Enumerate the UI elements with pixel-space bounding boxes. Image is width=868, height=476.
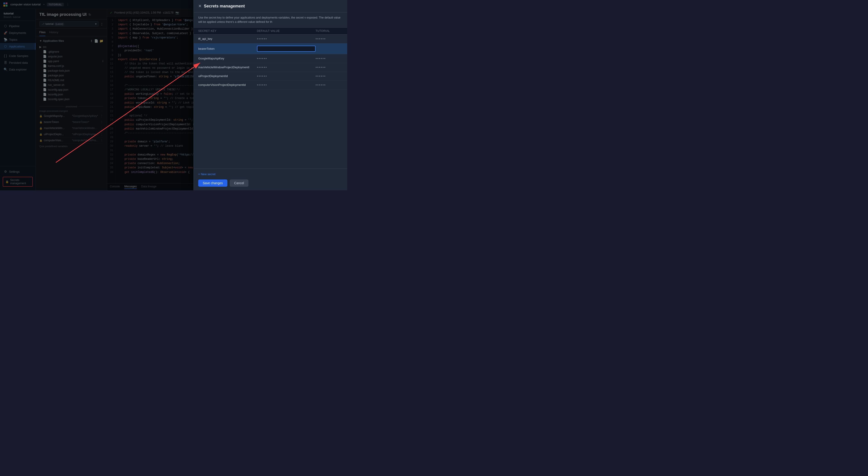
secret-default-dots: •••••• — [257, 37, 316, 41]
bearer-token-input[interactable] — [257, 46, 316, 52]
save-changes-button[interactable]: Save changes — [198, 180, 227, 187]
secret-tutorial-dots: •••••• — [315, 74, 343, 78]
secret-row: maxVehicleWindowProjectDeploymentI •••••… — [194, 63, 347, 72]
col-default-value: Default value — [257, 29, 316, 33]
secret-row: tfl_api_key •••••• •••••• — [194, 35, 347, 43]
secret-key-label: bearerToken — [198, 47, 257, 51]
secret-key-label: tfl_api_key — [198, 37, 257, 40]
modal-table: Secret key Default value tutorial tfl_ap… — [194, 28, 347, 169]
secret-key-label: GoogleMapsApiKey — [198, 57, 257, 60]
secret-tutorial-dots: •••••• — [315, 83, 343, 87]
col-tutorial: tutorial — [315, 29, 343, 33]
secret-default-dots: •••••• — [257, 74, 316, 78]
modal-actions: Save changes Cancel — [198, 180, 343, 187]
col-secret-key: Secret key — [198, 29, 257, 33]
secret-row-bearer-token: bearerToken — [194, 43, 347, 54]
secret-row: computerVisionProjectDeploymentId ••••••… — [194, 81, 347, 90]
modal-title: Secrets management — [204, 4, 245, 8]
secret-key-label: maxVehicleWindowProjectDeploymentI — [198, 66, 257, 69]
secret-tutorial-dots: •••••• — [315, 37, 343, 41]
close-button[interactable]: ✕ — [198, 4, 202, 8]
modal-description: Use the secret key to define your applic… — [194, 12, 347, 28]
secrets-management-modal: ✕ Secrets management Use the secret key … — [193, 0, 347, 190]
secret-tutorial-dots: •••••• — [315, 65, 343, 69]
add-secret-link[interactable]: + New secret — [198, 172, 343, 176]
modal-table-header: Secret key Default value tutorial — [194, 28, 347, 35]
cancel-button[interactable]: Cancel — [230, 180, 249, 187]
secret-row: uiProjectDeploymentId •••••• •••••• — [194, 72, 347, 81]
secret-row: GoogleMapsApiKey •••••• •••••• — [194, 54, 347, 63]
modal-header: ✕ Secrets management — [194, 0, 347, 12]
secret-default-dots: •••••• — [257, 65, 316, 69]
secret-default-dots: •••••• — [257, 83, 316, 87]
modal-footer: + New secret Save changes Cancel — [194, 169, 347, 190]
secret-default-dots: •••••• — [257, 57, 316, 61]
secret-key-label: uiProjectDeploymentId — [198, 74, 257, 78]
secret-tutorial-dots: •••••• — [315, 57, 343, 61]
secret-key-label: computerVisionProjectDeploymentId — [198, 83, 257, 87]
